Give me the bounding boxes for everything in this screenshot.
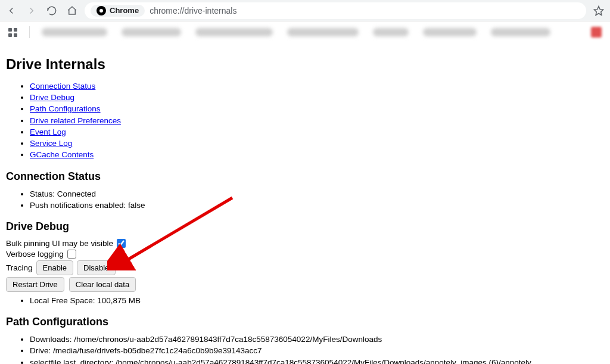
nav-link-drive-preferences[interactable]: Drive related Preferences [30, 116, 121, 125]
nav-controls [6, 5, 77, 16]
chrome-icon [97, 6, 106, 15]
list-item: Drive Debug [30, 92, 604, 103]
connection-status-list: Status: Connected Push notifications ena… [6, 189, 604, 211]
browser-top-bar: Chrome chrome://drive-internals [0, 0, 610, 21]
back-button[interactable] [6, 5, 17, 16]
list-item: Service Log [30, 138, 604, 149]
bulk-pinning-row: Bulk pinning UI may be visible [6, 239, 604, 248]
nav-link-event-log[interactable]: Event Log [30, 127, 66, 136]
apps-grid-icon[interactable] [8, 28, 17, 37]
tracing-enable-button[interactable]: Enable [36, 260, 73, 275]
list-item: Event Log [30, 127, 604, 138]
drive-debug-heading: Drive Debug [6, 220, 604, 233]
reload-button[interactable] [46, 5, 57, 16]
list-item: GCache Contents [30, 150, 604, 160]
list-item: Path Configurations [30, 104, 604, 114]
nav-link-service-log[interactable]: Service Log [30, 139, 72, 148]
tracing-disable-button[interactable]: Disable [77, 260, 116, 275]
clear-local-data-button[interactable]: Clear local data [69, 277, 136, 292]
list-item: Drive: /media/fuse/drivefs-b05dbe27fc1c2… [30, 346, 604, 356]
blurred-bookmarks [42, 27, 579, 38]
page-body: Drive Internals Connection Status Drive … [0, 43, 610, 364]
bookmarks-bar [0, 21, 610, 43]
list-item: Push notifications enabled: false [30, 200, 604, 211]
list-item: Local Free Space: 100,875 MB [30, 295, 604, 306]
verbose-logging-checkbox[interactable] [67, 250, 76, 259]
site-label: Chrome [110, 6, 139, 15]
list-item: selectfile.last_directory: /home/chronos… [30, 357, 604, 364]
bookmark-star-icon[interactable] [593, 5, 604, 16]
forward-button[interactable] [26, 5, 37, 16]
list-item: Connection Status [30, 81, 604, 92]
nav-link-path-configurations[interactable]: Path Configurations [30, 104, 101, 113]
drive-action-row: Restart Drive Clear local data [6, 277, 604, 292]
url-text: chrome://drive-internals [150, 6, 236, 15]
nav-link-drive-debug[interactable]: Drive Debug [30, 93, 74, 102]
path-config-list: Downloads: /home/chronos/u-aab2d57a46278… [6, 334, 604, 364]
list-item: Drive related Preferences [30, 116, 604, 126]
list-item: Downloads: /home/chronos/u-aab2d57a46278… [30, 334, 604, 345]
drive-debug-info-list: Local Free Space: 100,875 MB [6, 295, 604, 306]
address-bar[interactable]: Chrome chrome://drive-internals [85, 2, 586, 19]
connection-status-heading: Connection Status [6, 170, 604, 183]
list-item: Status: Connected [30, 189, 604, 200]
nav-link-gcache-contents[interactable]: GCache Contents [30, 150, 94, 159]
home-button[interactable] [67, 5, 77, 16]
bulk-pinning-checkbox[interactable] [117, 239, 126, 248]
page-title: Drive Internals [6, 56, 604, 73]
svg-marker-0 [595, 6, 603, 15]
site-chip: Chrome [91, 5, 145, 17]
divider [29, 26, 30, 38]
restart-drive-button[interactable]: Restart Drive [6, 277, 64, 292]
tracing-row: Tracing Enable Disable [6, 260, 604, 275]
nav-link-list: Connection Status Drive Debug Path Confi… [6, 81, 604, 161]
nav-link-connection-status[interactable]: Connection Status [30, 82, 95, 91]
bulk-pinning-label: Bulk pinning UI may be visible [6, 239, 113, 248]
verbose-logging-label: Verbose logging [6, 250, 64, 259]
verbose-logging-row: Verbose logging [6, 250, 604, 259]
blurred-extension-icon [591, 27, 602, 38]
tracing-label: Tracing [6, 263, 33, 272]
path-config-heading: Path Configurations [6, 316, 604, 328]
